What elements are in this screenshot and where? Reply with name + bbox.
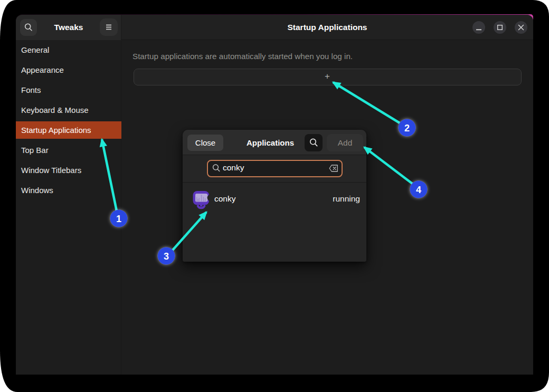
svg-text:2: 2 bbox=[404, 123, 410, 133]
svg-text:3: 3 bbox=[164, 251, 169, 262]
svg-text:1: 1 bbox=[116, 214, 121, 224]
svg-text:4: 4 bbox=[416, 185, 421, 195]
